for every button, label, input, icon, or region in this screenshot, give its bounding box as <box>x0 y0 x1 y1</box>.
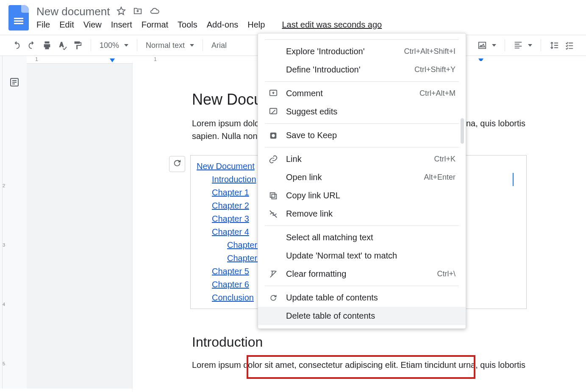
body-paragraph: Lorem ipsum dolor sit amet, consectetur … <box>192 359 527 371</box>
menu-label: Select all matching text <box>286 233 455 242</box>
menu-copy-link-url[interactable]: Copy link URL <box>258 186 466 205</box>
menu-label: Clear formatting <box>286 269 429 279</box>
menu-label: Update table of contents <box>286 293 455 303</box>
star-icon[interactable] <box>117 6 126 17</box>
menu-label: Save to Keep <box>286 131 455 140</box>
menu-divider <box>265 147 459 147</box>
menu-view[interactable]: View <box>83 20 102 30</box>
font-value: Arial <box>211 41 227 50</box>
menu-divider <box>265 286 459 286</box>
menu-shortcut: Ctrl+Alt+Shift+I <box>404 47 455 56</box>
move-folder-icon[interactable] <box>133 6 143 17</box>
title-area: New document File Edit View Insert Forma… <box>36 5 578 30</box>
cloud-status-icon[interactable] <box>150 6 160 17</box>
menu-label: Suggest edits <box>286 107 455 117</box>
menu-label: Comment <box>286 89 412 98</box>
doc-title-row: New document <box>36 5 578 18</box>
toolbar-separator <box>137 39 137 51</box>
vertical-ruler: 2 3 4 5 <box>0 56 3 389</box>
menu-update-toc[interactable]: Update table of contents <box>258 289 466 307</box>
refresh-icon <box>268 294 278 302</box>
toolbar-separator <box>505 39 505 51</box>
link-icon <box>268 155 278 164</box>
spellcheck-icon[interactable] <box>58 41 67 50</box>
font-select[interactable]: Arial <box>211 41 227 50</box>
menu-help[interactable]: Help <box>247 20 265 30</box>
menu-divider <box>265 81 459 82</box>
paragraph-style-select[interactable]: Normal text <box>146 41 194 50</box>
outline-panel <box>3 56 27 389</box>
menu-remove-link[interactable]: Remove link <box>258 205 466 223</box>
menu-explore[interactable]: Explore 'Introduction' Ctrl+Alt+Shift+I <box>258 42 466 61</box>
menu-select-all-matching[interactable]: Select all matching text <box>258 228 466 247</box>
menu-label: Open link <box>286 172 416 182</box>
clear-format-icon <box>268 270 278 279</box>
menu-divider <box>265 39 459 40</box>
svg-rect-6 <box>270 192 275 197</box>
last-edit-link[interactable]: Last edit was seconds ago <box>282 20 382 30</box>
svg-rect-5 <box>272 194 276 199</box>
menu-open-link[interactable]: Open link Alt+Enter <box>258 168 466 186</box>
zoom-select[interactable]: 100% <box>100 41 128 50</box>
toolbar-separator <box>541 39 541 51</box>
menu-bar: File Edit View Insert Format Tools Add-o… <box>36 20 578 30</box>
align-icon[interactable] <box>514 41 532 50</box>
menu-tools[interactable]: Tools <box>178 20 197 30</box>
unlink-icon <box>268 209 278 219</box>
menu-label: Link <box>286 154 426 164</box>
menu-shortcut: Alt+Enter <box>424 173 455 182</box>
menu-update-normal-text[interactable]: Update 'Normal text' to match <box>258 247 466 265</box>
comment-icon <box>268 89 278 98</box>
context-menu: Explore 'Introduction' Ctrl+Alt+Shift+I … <box>258 33 466 329</box>
menu-link[interactable]: Link Ctrl+K <box>258 150 466 168</box>
copy-icon <box>268 191 278 200</box>
menu-divider <box>265 225 459 226</box>
line-spacing-icon[interactable] <box>550 41 559 50</box>
menu-addons[interactable]: Add-ons <box>207 20 239 30</box>
checklist-icon[interactable] <box>565 41 574 50</box>
document-title[interactable]: New document <box>36 5 110 18</box>
menu-shortcut: Ctrl+\ <box>437 270 455 278</box>
redo-icon[interactable] <box>27 41 36 50</box>
menu-label: Remove link <box>286 209 455 219</box>
menu-define[interactable]: Define 'Introduction' Ctrl+Shift+Y <box>258 61 466 79</box>
menu-shortcut: Ctrl+K <box>434 155 455 164</box>
menu-label: Delete table of contents <box>286 311 455 321</box>
ruler-v-tick: 4 <box>3 302 5 307</box>
menu-shortcut: Ctrl+Alt+M <box>419 89 455 98</box>
undo-icon[interactable] <box>12 41 21 50</box>
style-value: Normal text <box>146 41 185 50</box>
menu-save-to-keep[interactable]: Save to Keep <box>258 126 466 145</box>
menu-format[interactable]: Format <box>142 20 168 30</box>
menu-label: Copy link URL <box>286 191 455 200</box>
menu-file[interactable]: File <box>36 20 50 30</box>
toolbar-separator <box>91 39 91 51</box>
chevron-down-icon <box>124 44 128 47</box>
chevron-down-icon <box>492 44 496 47</box>
docs-logo-icon[interactable] <box>8 5 29 31</box>
insert-image-icon[interactable] <box>478 41 496 50</box>
zoom-value: 100% <box>100 41 119 50</box>
menu-comment[interactable]: Comment Ctrl+Alt+M <box>258 84 466 103</box>
menu-delete-toc[interactable]: Delete table of contents <box>258 307 466 325</box>
menu-label: Update 'Normal text' to match <box>286 251 455 261</box>
refresh-icon <box>172 158 182 170</box>
outline-toggle-icon[interactable] <box>9 77 19 389</box>
ruler-tick: 1 <box>35 56 38 62</box>
chevron-down-icon <box>190 44 194 47</box>
paint-format-icon[interactable] <box>73 41 82 50</box>
menu-suggest-edits[interactable]: Suggest edits <box>258 103 466 121</box>
print-icon[interactable] <box>42 41 52 50</box>
menu-label: Explore 'Introduction' <box>286 47 396 56</box>
header-bar: New document File Edit View Insert Forma… <box>0 0 586 31</box>
ruler-v-tick: 5 <box>3 361 5 366</box>
indent-marker-icon[interactable] <box>110 58 115 62</box>
menu-clear-formatting[interactable]: Clear formatting Ctrl+\ <box>258 265 466 283</box>
toc-refresh-button[interactable] <box>169 156 185 172</box>
context-menu-scrollbar[interactable] <box>461 118 464 144</box>
section-heading: Introduction <box>192 334 527 350</box>
menu-edit[interactable]: Edit <box>59 20 74 30</box>
menu-insert[interactable]: Insert <box>111 20 132 30</box>
menu-divider <box>265 123 459 124</box>
ruler-v-tick: 3 <box>3 242 5 247</box>
